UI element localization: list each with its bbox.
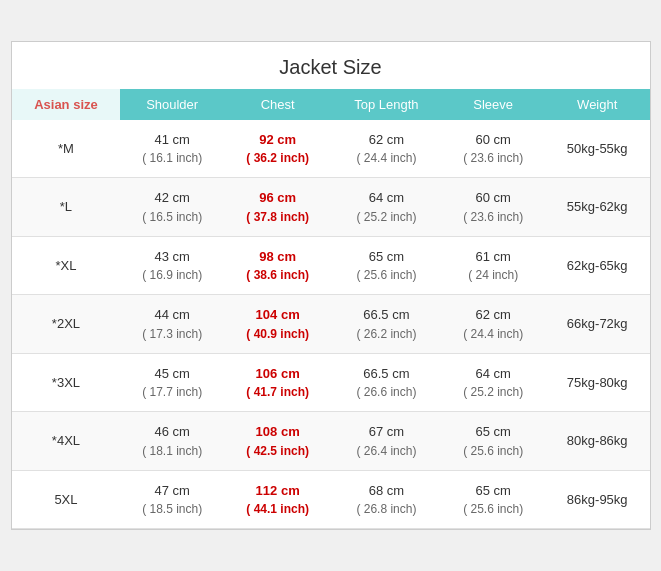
cell-shoulder: 44 cm( 17.3 inch) <box>120 295 223 354</box>
cell-shoulder: 47 cm( 18.5 inch) <box>120 470 223 529</box>
cell-shoulder: 41 cm( 16.1 inch) <box>120 120 223 178</box>
cell-top-length: 66.5 cm( 26.2 inch) <box>331 295 441 354</box>
cell-sleeve: 65 cm( 25.6 inch) <box>441 470 544 529</box>
cell-shoulder: 42 cm( 16.5 inch) <box>120 178 223 237</box>
cell-weight: 62kg-65kg <box>545 236 650 295</box>
cell-chest: 112 cm( 44.1 inch) <box>224 470 332 529</box>
cell-sleeve: 60 cm( 23.6 inch) <box>441 120 544 178</box>
cell-weight: 75kg-80kg <box>545 353 650 412</box>
header-shoulder: Shoulder <box>120 89 223 120</box>
cell-sleeve: 61 cm( 24 inch) <box>441 236 544 295</box>
header-chest: Chest <box>224 89 332 120</box>
cell-shoulder: 45 cm( 17.7 inch) <box>120 353 223 412</box>
table-row: *XL43 cm( 16.9 inch)98 cm( 38.6 inch)65 … <box>12 236 650 295</box>
cell-asian-size: *M <box>12 120 121 178</box>
header-sleeve: Sleeve <box>441 89 544 120</box>
cell-sleeve: 65 cm( 25.6 inch) <box>441 412 544 471</box>
cell-asian-size: 5XL <box>12 470 121 529</box>
header-asian-size: Asian size <box>12 89 121 120</box>
cell-chest: 98 cm( 38.6 inch) <box>224 236 332 295</box>
cell-asian-size: *XL <box>12 236 121 295</box>
cell-top-length: 66.5 cm( 26.6 inch) <box>331 353 441 412</box>
cell-chest: 92 cm( 36.2 inch) <box>224 120 332 178</box>
cell-chest: 96 cm( 37.8 inch) <box>224 178 332 237</box>
cell-asian-size: *3XL <box>12 353 121 412</box>
cell-asian-size: *4XL <box>12 412 121 471</box>
cell-sleeve: 62 cm( 24.4 inch) <box>441 295 544 354</box>
table-row: 5XL47 cm( 18.5 inch)112 cm( 44.1 inch)68… <box>12 470 650 529</box>
header-top-length: Top Length <box>331 89 441 120</box>
cell-chest: 106 cm( 41.7 inch) <box>224 353 332 412</box>
table-row: *M41 cm( 16.1 inch)92 cm( 36.2 inch)62 c… <box>12 120 650 178</box>
table-row: *L42 cm( 16.5 inch)96 cm( 37.8 inch)64 c… <box>12 178 650 237</box>
table-row: *3XL45 cm( 17.7 inch)106 cm( 41.7 inch)6… <box>12 353 650 412</box>
cell-sleeve: 60 cm( 23.6 inch) <box>441 178 544 237</box>
cell-weight: 66kg-72kg <box>545 295 650 354</box>
cell-sleeve: 64 cm( 25.2 inch) <box>441 353 544 412</box>
cell-top-length: 64 cm( 25.2 inch) <box>331 178 441 237</box>
cell-weight: 86kg-95kg <box>545 470 650 529</box>
cell-weight: 55kg-62kg <box>545 178 650 237</box>
cell-weight: 80kg-86kg <box>545 412 650 471</box>
cell-chest: 104 cm( 40.9 inch) <box>224 295 332 354</box>
cell-top-length: 65 cm( 25.6 inch) <box>331 236 441 295</box>
cell-shoulder: 46 cm( 18.1 inch) <box>120 412 223 471</box>
table-title: Jacket Size <box>12 42 650 89</box>
header-weight: Weight <box>545 89 650 120</box>
cell-top-length: 62 cm( 24.4 inch) <box>331 120 441 178</box>
jacket-size-table: Jacket Size Asian size Shoulder Chest To… <box>11 41 651 531</box>
cell-weight: 50kg-55kg <box>545 120 650 178</box>
cell-top-length: 68 cm( 26.8 inch) <box>331 470 441 529</box>
table-row: *4XL46 cm( 18.1 inch)108 cm( 42.5 inch)6… <box>12 412 650 471</box>
cell-asian-size: *L <box>12 178 121 237</box>
table-row: *2XL44 cm( 17.3 inch)104 cm( 40.9 inch)6… <box>12 295 650 354</box>
cell-shoulder: 43 cm( 16.9 inch) <box>120 236 223 295</box>
cell-top-length: 67 cm( 26.4 inch) <box>331 412 441 471</box>
cell-asian-size: *2XL <box>12 295 121 354</box>
cell-chest: 108 cm( 42.5 inch) <box>224 412 332 471</box>
